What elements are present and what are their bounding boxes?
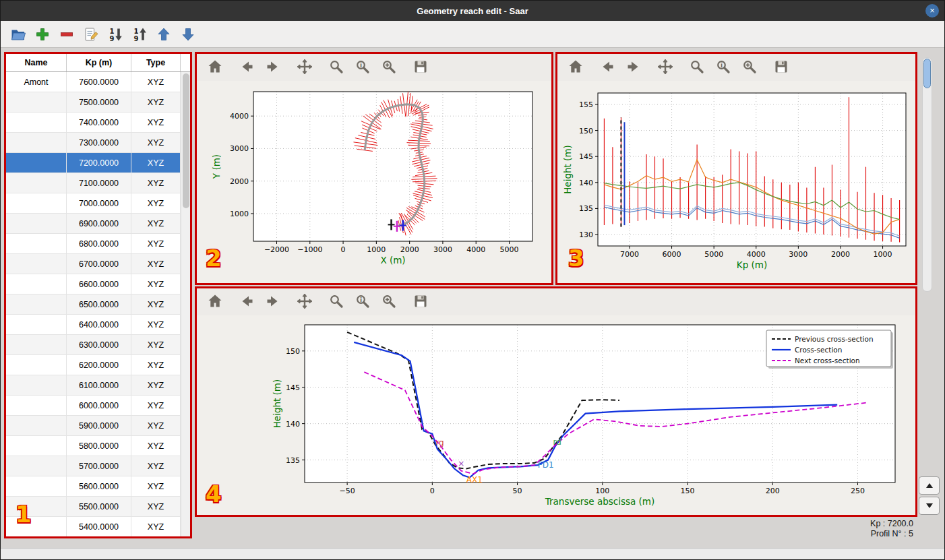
table-row[interactable]: 5900.0000XYZ: [6, 416, 181, 436]
zoom-button[interactable]: [326, 292, 346, 312]
table-row[interactable]: 5600.0000XYZ: [6, 476, 181, 497]
table-row[interactable]: 5500.0000XYZ: [6, 497, 181, 517]
forward-button[interactable]: [263, 292, 283, 312]
table-scrollbar-thumb[interactable]: [183, 73, 189, 208]
table-row[interactable]: 5400.0000XYZ: [6, 517, 181, 536]
table-row[interactable]: 7000.0000XYZ: [6, 193, 181, 214]
cell-name: [6, 335, 67, 354]
save-icon: [413, 59, 429, 75]
table-row[interactable]: 5800.0000XYZ: [6, 436, 181, 456]
open-file-button[interactable]: [9, 25, 28, 44]
save-button[interactable]: [410, 57, 431, 77]
cross-section-chart-canvas[interactable]: −50050100150200250135140145150Transverse…: [197, 315, 915, 515]
move-down-button[interactable]: [179, 25, 197, 44]
zoom-info-button[interactable]: [353, 57, 373, 77]
move-up-button[interactable]: [154, 25, 173, 44]
back-button[interactable]: [237, 292, 257, 312]
table-row[interactable]: 6200.0000XYZ: [6, 355, 181, 375]
zoom-plus-icon: [381, 59, 397, 75]
table-row[interactable]: 6000.0000XYZ: [6, 396, 181, 416]
svg-text:3000: 3000: [433, 245, 452, 254]
add-profile-icon: [34, 26, 51, 42]
home-button[interactable]: [205, 292, 225, 312]
table-row[interactable]: 7400.0000XYZ: [6, 113, 181, 133]
cell-type: XYZ: [131, 92, 181, 112]
table-row[interactable]: 7300.0000XYZ: [6, 133, 181, 153]
sort-descending-button[interactable]: [106, 25, 125, 44]
column-header-kp[interactable]: Kp (m): [67, 54, 131, 71]
add-profile-button[interactable]: [33, 25, 52, 44]
home-button[interactable]: [205, 57, 225, 77]
cell-type: XYZ: [131, 355, 181, 375]
zoom-icon: [328, 293, 344, 309]
cell-kp: 6900.0000: [67, 214, 131, 233]
svg-text:145: 145: [286, 383, 300, 392]
svg-text:5000: 5000: [704, 250, 723, 259]
home-button[interactable]: [566, 57, 586, 77]
svg-text:7000: 7000: [620, 250, 639, 259]
zoom-info-button[interactable]: [713, 57, 733, 77]
legend-label: Next cross-section: [795, 356, 860, 365]
close-button[interactable]: ×: [925, 4, 939, 18]
profile-down-button[interactable]: [919, 497, 940, 515]
cell-type: XYZ: [131, 133, 181, 152]
zoom-info-icon: [355, 293, 371, 309]
pan-button[interactable]: [295, 57, 315, 77]
table-row[interactable]: 7100.0000XYZ: [6, 173, 181, 193]
table-row[interactable]: 7500.0000XYZ: [6, 92, 181, 113]
forward-button[interactable]: [623, 57, 644, 77]
cell-type: XYZ: [131, 234, 181, 253]
cell-kp: 6000.0000: [67, 396, 131, 415]
svg-text:rd: rd: [553, 437, 561, 447]
sort-ascending-button[interactable]: [130, 25, 149, 44]
sort-ascending-icon: [131, 26, 148, 42]
svg-text:4000: 4000: [466, 245, 485, 254]
table-row[interactable]: 6400.0000XYZ: [6, 315, 181, 335]
cell-kp: 5800.0000: [67, 436, 131, 456]
zoom-button[interactable]: [687, 57, 707, 77]
svg-text:4000: 4000: [747, 250, 766, 259]
svg-text:130: 130: [579, 230, 593, 239]
plan-plot-toolbar: [197, 54, 551, 81]
table-row[interactable]: 7200.0000XYZ: [6, 153, 181, 173]
table-row[interactable]: 6800.0000XYZ: [6, 234, 181, 254]
cell-kp: 7600.0000: [67, 72, 131, 92]
save-button[interactable]: [771, 57, 791, 77]
zoom-info-button[interactable]: [353, 292, 373, 312]
edit-profile-button[interactable]: [82, 25, 100, 44]
forward-button[interactable]: [263, 57, 283, 77]
table-scrollbar[interactable]: [181, 72, 190, 536]
zoom-button[interactable]: [326, 57, 346, 77]
table-row[interactable]: 6100.0000XYZ: [6, 375, 181, 396]
remove-profile-button[interactable]: [57, 25, 76, 44]
column-header-name[interactable]: Name: [6, 54, 67, 71]
pan-button[interactable]: [295, 292, 315, 312]
table-row[interactable]: 5700.0000XYZ: [6, 456, 181, 476]
cell-name: [6, 133, 67, 152]
back-button[interactable]: [597, 57, 617, 77]
table-row[interactable]: 6500.0000XYZ: [6, 294, 181, 315]
table-row[interactable]: 6300.0000XYZ: [6, 335, 181, 355]
zoom-plus-button[interactable]: [379, 292, 399, 312]
back-button[interactable]: [237, 57, 257, 77]
save-button[interactable]: [410, 292, 431, 312]
svg-text:rg: rg: [435, 438, 444, 447]
svg-text:135: 135: [286, 456, 300, 465]
vertical-scrollbar-thumb[interactable]: [923, 59, 931, 88]
table-row[interactable]: 6600.0000XYZ: [6, 274, 181, 294]
app-window: Geometry reach edit - Saar × Name Kp (m)…: [0, 0, 945, 560]
zoom-plus-button[interactable]: [379, 57, 399, 77]
profile-up-button[interactable]: [919, 476, 940, 495]
table-row[interactable]: Amont7600.0000XYZ: [6, 72, 181, 92]
zoom-plus-button[interactable]: [739, 57, 760, 77]
longitudinal-chart-canvas[interactable]: 7000600050004000300020001000130135140145…: [557, 81, 915, 283]
pan-button[interactable]: [655, 57, 675, 77]
cell-type: XYZ: [131, 517, 181, 536]
window-vertical-scrollbar[interactable]: [922, 57, 932, 292]
table-row[interactable]: 6900.0000XYZ: [6, 214, 181, 234]
cell-kp: 6200.0000: [67, 355, 131, 375]
column-header-type[interactable]: Type: [131, 54, 181, 71]
legend: Previous cross-sectionCross-sectionNext …: [766, 330, 893, 369]
plan-chart-canvas[interactable]: −2000−1000010002000300040005000100020003…: [197, 81, 551, 283]
table-row[interactable]: 6700.0000XYZ: [6, 254, 181, 274]
